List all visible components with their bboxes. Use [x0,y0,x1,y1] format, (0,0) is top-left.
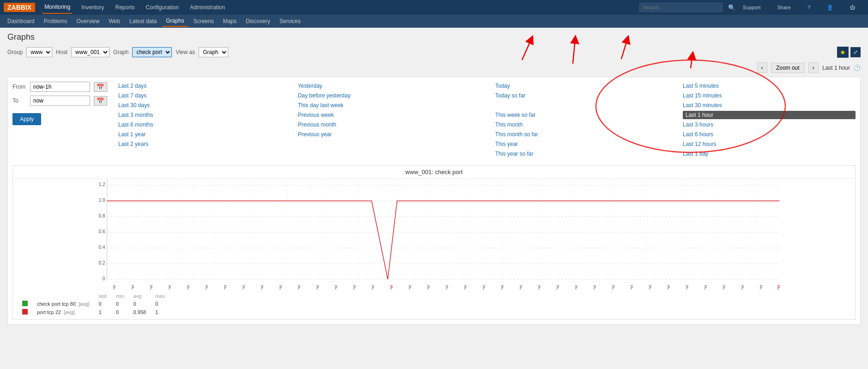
period-previousyear[interactable]: Previous year [298,130,484,139]
svg-text:0.4: 0.4 [99,245,105,250]
svg-text:04:00 PM: 04:00 PM [389,285,394,290]
period-last1hour[interactable]: Last 1 hour [683,111,856,119]
period-last3hours[interactable]: Last 3 hours [683,121,856,129]
group-select[interactable]: www [26,47,52,57]
to-calendar-button[interactable]: 📅 [94,96,107,106]
legend-color-1 [22,309,28,315]
legend-table: last min avg max check port tcp 80 [avg]… [13,290,855,319]
period-thisyear[interactable]: This year [495,140,672,148]
legend-header-last: last [97,292,114,300]
svg-text:04:11 PM: 04:11 PM [593,285,597,290]
from-label: From [12,84,26,90]
nav-administration[interactable]: Administration [188,1,227,13]
help-link[interactable]: ? [806,2,812,13]
legend-row-1: port tcp 22 [avg] 1 0 0.958 1 [20,308,172,316]
svg-text:04:20 PM: 04:20 PM [759,285,763,290]
subnav-problems[interactable]: Problems [40,16,71,26]
period-thismonthsofar[interactable]: This month so far [495,130,672,139]
svg-rect-0 [88,179,781,290]
period-last1year[interactable]: Last 1 year [118,130,287,139]
time-controls: ‹ Zoom out › Last 1 hour 🕐 [7,62,861,73]
expand-button[interactable]: ⤢ [850,47,861,57]
period-last7days[interactable]: Last 7 days [118,91,287,100]
nav-monitoring[interactable]: Monitoring [42,1,72,14]
svg-text:1.2: 1.2 [99,182,105,187]
svg-text:03:50 PM: 03:50 PM [334,285,338,290]
period-last30days[interactable]: Last 30 days [118,101,287,109]
period-thisweeksofar[interactable]: This week so far [495,111,672,119]
graph-select[interactable]: check port [132,47,172,57]
period-daybeforeyesterday[interactable]: Day before yesterday [298,91,484,100]
search-input[interactable] [639,3,722,12]
subnav-screens[interactable]: Screens [190,16,218,26]
user-link[interactable]: 👤 [825,2,835,13]
period-last5min[interactable]: Last 5 minutes [683,82,856,90]
subnav-discovery[interactable]: Discovery [242,16,274,26]
from-calendar-button[interactable]: 📅 [94,82,107,92]
legend-label-0: check port tcp 80 [avg] [35,300,97,308]
graph-label: Graph [113,49,128,55]
to-input[interactable] [30,96,90,106]
logout-link[interactable]: ⏻ [848,2,857,13]
legend-max-1: 1 [153,308,172,316]
viewas-select[interactable]: Graph [199,47,228,57]
host-label: Host [56,49,67,55]
svg-text:04:03 PM: 04:03 PM [445,285,449,290]
svg-text:03:48 PM: 03:48 PM [297,285,301,290]
apply-button[interactable]: Apply [12,113,41,125]
period-last15min[interactable]: Last 15 minutes [683,91,856,100]
period-thismonth[interactable]: This month [495,121,672,129]
svg-text:03:52 PM: 03:52 PM [371,285,375,290]
legend-header-min: min [114,292,132,300]
svg-text:04:01 PM: 04:01 PM [408,285,412,290]
subnav-overview[interactable]: Overview [73,16,103,26]
legend-row-0: check port tcp 80 [avg] 0 0 0 0 [20,300,172,308]
zabbix-logo: ZABBIX [4,3,35,12]
legend-avg-1: 0.958 [132,308,154,316]
period-previousmonth[interactable]: Previous month [298,121,484,129]
prev-period-button[interactable]: ‹ [757,62,767,73]
next-period-button[interactable]: › [808,62,819,73]
period-thisyearsofar[interactable]: This year so far [495,150,672,158]
subnav-latestdata[interactable]: Latest data [126,16,160,26]
share-link[interactable]: Share [776,2,793,13]
svg-text:0.6: 0.6 [99,229,105,234]
subnav-dashboard[interactable]: Dashboard [4,16,38,26]
subnav-services[interactable]: Services [276,16,304,26]
period-last2years[interactable]: Last 2 years [118,140,287,148]
period-last12hours[interactable]: Last 12 hours [683,140,856,148]
group-label: Group [7,49,23,55]
favorite-button[interactable]: ★ [837,47,849,58]
svg-text:04:13 PM: 04:13 PM [630,285,634,290]
period-last6months[interactable]: Last 6 months [118,121,287,129]
svg-text:04:16 PM: 04:16 PM [685,285,689,290]
period-today[interactable]: Today [495,82,672,90]
nav-reports[interactable]: Reports [114,1,137,13]
support-link[interactable]: Support [741,2,763,13]
period-last2days[interactable]: Last 2 days [118,82,287,90]
nav-configuration[interactable]: Configuration [144,1,181,13]
period-last3months[interactable]: Last 3 months [118,111,287,119]
from-input[interactable] [30,82,90,92]
period-yesterday[interactable]: Yesterday [298,82,484,90]
legend-last-0: 0 [97,300,114,308]
period-thisdaylastweek[interactable]: This day last week [298,101,484,109]
svg-text:04:15 PM: 04:15 PM [667,285,671,290]
subnav-web[interactable]: Web [105,16,123,26]
nav-inventory[interactable]: Inventory [79,1,106,13]
host-select[interactable]: www_001 [71,47,109,57]
legend-avg-0: 0 [132,300,154,308]
svg-text:03:47 PM: 03:47 PM [279,285,283,290]
subnav-maps[interactable]: Maps [219,16,240,26]
svg-text:04:14 PM: 04:14 PM [648,285,652,290]
period-last1day[interactable]: Last 1 day [683,150,856,158]
subnav-graphs[interactable]: Graphs [162,16,188,27]
period-todaysofar[interactable]: Today so far [495,91,672,100]
period-previousweek[interactable]: Previous week [298,111,484,119]
svg-text:0.2: 0.2 [99,260,105,266]
svg-text:04:09 PM: 04:09 PM [556,285,560,290]
zoom-out-button[interactable]: Zoom out [771,63,805,73]
period-last6hours[interactable]: Last 6 hours [683,130,856,139]
period-last30min[interactable]: Last 30 minutes [683,101,856,109]
main-area: From 📅 To 📅 Apply Last 2 days Last 7 day… [7,77,861,325]
